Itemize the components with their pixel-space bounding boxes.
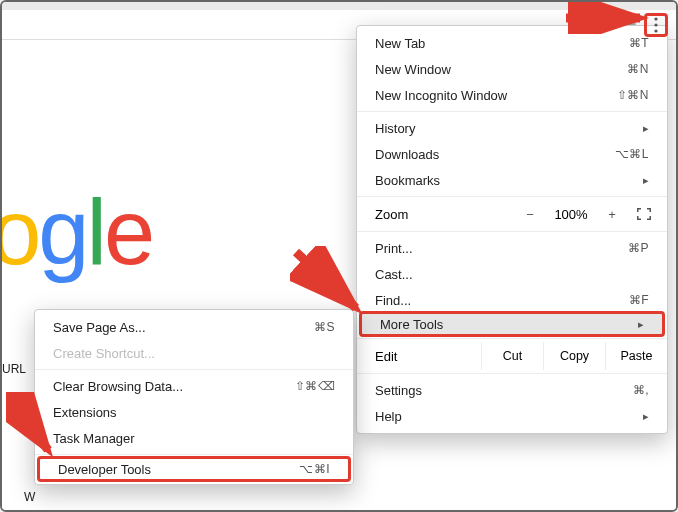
menu-item-help[interactable]: Help ▸	[357, 403, 667, 429]
menu-label: New Tab	[375, 36, 425, 51]
separator	[357, 338, 667, 339]
chevron-right-icon: ▸	[643, 122, 649, 135]
menu-item-history[interactable]: History ▸	[357, 115, 667, 141]
chevron-right-icon: ▸	[643, 410, 649, 423]
menu-label: Extensions	[53, 405, 117, 420]
submenu-item-task-manager[interactable]: Task Manager	[35, 425, 353, 451]
menu-label: Help	[375, 409, 402, 424]
menu-label: Clear Browsing Data...	[53, 379, 183, 394]
svg-point-1	[654, 23, 657, 26]
menu-item-find[interactable]: Find... ⌘F	[357, 287, 667, 313]
separator	[357, 231, 667, 232]
edit-copy-button[interactable]: Copy	[543, 342, 605, 370]
submenu-item-clear-data[interactable]: Clear Browsing Data... ⇧⌘⌫	[35, 373, 353, 399]
fullscreen-button[interactable]	[633, 206, 655, 222]
svg-point-2	[654, 29, 657, 32]
chrome-main-menu: New Tab ⌘T New Window ⌘N New Incognito W…	[356, 25, 668, 434]
separator	[35, 454, 353, 455]
menu-label: Developer Tools	[58, 462, 151, 477]
menu-item-new-window[interactable]: New Window ⌘N	[357, 56, 667, 82]
menu-label: Print...	[375, 241, 413, 256]
zoom-percent: 100%	[551, 207, 591, 222]
menu-label: Zoom	[375, 207, 509, 222]
menu-item-edit: Edit Cut Copy Paste	[357, 342, 667, 370]
edit-cut-button[interactable]: Cut	[481, 342, 543, 370]
menu-label: Create Shortcut...	[53, 346, 155, 361]
submenu-item-create-shortcut: Create Shortcut...	[35, 340, 353, 366]
shortcut: ⌘S	[314, 320, 335, 334]
menu-item-cast[interactable]: Cast...	[357, 261, 667, 287]
menu-item-downloads[interactable]: Downloads ⌥⌘L	[357, 141, 667, 167]
shortcut: ⇧⌘⌫	[295, 379, 336, 393]
chevron-right-icon: ▸	[643, 174, 649, 187]
shortcut: ⇧⌘N	[617, 88, 649, 102]
shortcut: ⌘F	[629, 293, 649, 307]
shortcut: ⌘N	[627, 62, 649, 76]
separator	[35, 369, 353, 370]
shortcut: ⌥⌘L	[615, 147, 649, 161]
shortcut: ⌥⌘I	[299, 462, 330, 476]
menu-label: Cast...	[375, 267, 413, 282]
shortcut: ⌘P	[628, 241, 649, 255]
menu-item-new-incognito[interactable]: New Incognito Window ⇧⌘N	[357, 82, 667, 108]
submenu-item-save-page[interactable]: Save Page As... ⌘S	[35, 314, 353, 340]
separator	[357, 196, 667, 197]
menu-label: Settings	[375, 383, 422, 398]
shortcut: ⌘,	[633, 383, 649, 397]
menu-item-new-tab[interactable]: New Tab ⌘T	[357, 30, 667, 56]
google-logo: oogle	[0, 180, 152, 285]
menu-label: New Incognito Window	[375, 88, 507, 103]
menu-label: History	[375, 121, 415, 136]
menu-label: Bookmarks	[375, 173, 440, 188]
menu-label: More Tools	[380, 317, 443, 332]
menu-label: Save Page As...	[53, 320, 146, 335]
menu-button[interactable]	[644, 13, 668, 37]
separator	[357, 373, 667, 374]
menu-label: Find...	[375, 293, 411, 308]
menu-item-bookmarks[interactable]: Bookmarks ▸	[357, 167, 667, 193]
submenu-item-developer-tools[interactable]: Developer Tools ⌥⌘I	[37, 456, 351, 482]
w-label: W	[24, 490, 35, 504]
zoom-out-button[interactable]: −	[519, 207, 541, 222]
menu-label: Downloads	[375, 147, 439, 162]
fullscreen-icon	[637, 208, 651, 220]
chevron-right-icon: ▸	[638, 318, 644, 331]
shortcut: ⌘T	[629, 36, 649, 50]
menu-item-print[interactable]: Print... ⌘P	[357, 235, 667, 261]
vertical-dots-icon	[654, 17, 658, 33]
window-titlebar	[2, 2, 676, 10]
separator	[357, 111, 667, 112]
submenu-item-extensions[interactable]: Extensions	[35, 399, 353, 425]
menu-label: Task Manager	[53, 431, 135, 446]
svg-point-0	[654, 17, 657, 20]
menu-item-more-tools[interactable]: More Tools ▸	[359, 311, 665, 337]
menu-label: Edit	[375, 349, 481, 364]
edit-paste-button[interactable]: Paste	[605, 342, 667, 370]
menu-item-zoom: Zoom − 100% +	[357, 200, 667, 228]
menu-item-settings[interactable]: Settings ⌘,	[357, 377, 667, 403]
menu-label: New Window	[375, 62, 451, 77]
more-tools-submenu: Save Page As... ⌘S Create Shortcut... Cl…	[34, 309, 354, 485]
url-label: URL	[2, 362, 26, 376]
zoom-in-button[interactable]: +	[601, 207, 623, 222]
